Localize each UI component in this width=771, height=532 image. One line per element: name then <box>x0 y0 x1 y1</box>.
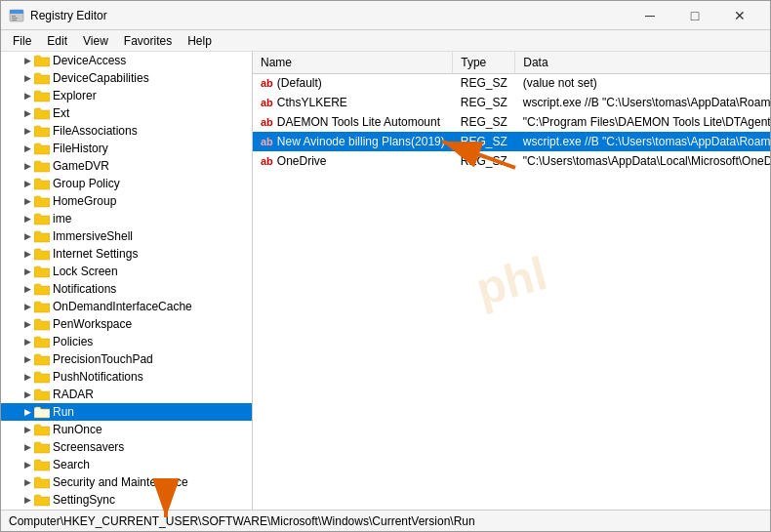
folder-icon <box>34 423 50 436</box>
tree-item[interactable]: ▶Lock Screen <box>1 263 252 280</box>
tree-item[interactable]: ▶Internet Settings <box>1 245 252 263</box>
table-row[interactable]: ab OneDriveREG_SZ"C:\Users\tomas\AppData… <box>253 151 770 171</box>
cell-name: ab OneDrive <box>253 151 453 171</box>
expand-arrow: ▶ <box>20 282 34 296</box>
tree-item[interactable]: ▶RADAR <box>1 386 252 403</box>
menu-bar: FileEditViewFavoritesHelp <box>1 30 770 52</box>
menu-item-edit[interactable]: Edit <box>39 32 75 50</box>
folder-icon <box>34 54 50 67</box>
expand-arrow: ▶ <box>20 370 34 384</box>
tree-item-label: Group Policy <box>53 177 252 190</box>
folder-icon <box>34 388 50 401</box>
folder-icon <box>34 300 50 313</box>
tree-item[interactable]: ▶RunOnce <box>1 421 252 438</box>
tree-item[interactable]: ▶PrecisionTouchPad <box>1 350 252 368</box>
expand-arrow: ▶ <box>20 247 34 261</box>
minimize-button[interactable]: ─ <box>628 1 672 30</box>
tree-item-label: FileAssociations <box>53 124 252 138</box>
tree-item[interactable]: ▶Security and Maintenance <box>1 473 252 491</box>
tree-item[interactable]: ▶Screensavers <box>1 438 252 456</box>
folder-icon <box>34 212 50 225</box>
tree-item-label: PushNotifications <box>53 370 252 384</box>
expand-arrow: ▶ <box>20 54 34 67</box>
table-row[interactable]: ab CthsYLKEREREG_SZwscript.exe //B "C:\U… <box>253 93 770 112</box>
expand-arrow: ▶ <box>20 440 34 454</box>
expand-arrow: ▶ <box>20 335 34 348</box>
menu-item-view[interactable]: View <box>75 32 116 50</box>
col-data[interactable]: Data <box>515 52 770 73</box>
expand-arrow: ▶ <box>20 475 34 489</box>
tree-item[interactable]: ▶FileAssociations <box>1 122 252 140</box>
tree-item[interactable]: ▶OnDemandInterfaceCache <box>1 298 252 315</box>
expand-arrow: ▶ <box>20 142 34 155</box>
table-row[interactable]: ab DAEMON Tools Lite AutomountREG_SZ"C:\… <box>253 112 770 132</box>
registry-table[interactable]: Name Type Data ab (Default)REG_SZ(value … <box>253 52 770 510</box>
tree-item[interactable]: ▶SettingSync <box>1 491 252 509</box>
tree-item[interactable]: ▶Policies <box>1 333 252 350</box>
tree-item[interactable]: ▶ime <box>1 210 252 227</box>
folder-icon <box>34 247 50 261</box>
tree-item-label: Internet Settings <box>53 247 252 261</box>
expand-arrow: ▶ <box>20 71 34 85</box>
maximize-button[interactable]: □ <box>672 1 717 30</box>
tree-item-label: Explorer <box>53 89 252 102</box>
folder-icon <box>34 89 50 102</box>
cell-name: ab CthsYLKERE <box>253 93 453 112</box>
folder-icon <box>34 475 50 489</box>
tree-item[interactable]: ▶Search <box>1 456 252 473</box>
tree-item[interactable]: ▶Explorer <box>1 87 252 104</box>
tree-item-label: ime <box>53 212 252 225</box>
cell-type: REG_SZ <box>453 112 515 132</box>
table-row[interactable]: ab New Avinode billing Plans(2019)REG_SZ… <box>253 132 770 151</box>
folder-icon <box>34 440 50 454</box>
expand-arrow: ▶ <box>20 300 34 313</box>
table-row[interactable]: ab (Default)REG_SZ(value not set) <box>253 73 770 93</box>
tree-item-label: Notifications <box>53 282 252 296</box>
tree-item-label: Policies <box>53 335 252 348</box>
tree-item[interactable]: ▶PushNotifications <box>1 368 252 386</box>
tree-item[interactable]: ▶HomeGroup <box>1 192 252 210</box>
expand-arrow: ▶ <box>20 265 34 278</box>
folder-icon <box>34 265 50 278</box>
svg-rect-1 <box>10 10 23 14</box>
folder-icon <box>34 352 50 366</box>
status-path: Computer\HKEY_CURRENT_USER\SOFTWARE\Micr… <box>9 514 475 528</box>
tree-item-label: HomeGroup <box>53 194 252 208</box>
expand-arrow: ▶ <box>20 352 34 366</box>
folder-icon <box>34 493 50 507</box>
svg-rect-4 <box>12 20 17 20</box>
tree-item[interactable]: ▶PenWorkspace <box>1 315 252 333</box>
close-button[interactable]: ✕ <box>717 1 762 30</box>
main-content: ▶DeviceAccess▶DeviceCapabilities▶Explore… <box>1 52 770 510</box>
cell-data: wscript.exe //B "C:\Users\tomas\AppData\… <box>515 132 770 151</box>
tree-item-label: Ext <box>53 106 252 120</box>
tree-item[interactable]: ▶GameDVR <box>1 157 252 175</box>
cell-name: ab (Default) <box>253 73 453 93</box>
cell-data: (value not set) <box>515 73 770 93</box>
col-name[interactable]: Name <box>253 52 453 73</box>
window-title: Registry Editor <box>30 9 628 22</box>
expand-arrow: ▶ <box>20 194 34 208</box>
folder-icon <box>34 124 50 138</box>
tree-panel[interactable]: ▶DeviceAccess▶DeviceCapabilities▶Explore… <box>1 52 253 510</box>
tree-item[interactable]: ▶FileHistory <box>1 140 252 157</box>
menu-item-help[interactable]: Help <box>180 32 220 50</box>
tree-item-label: FileHistory <box>53 142 252 155</box>
tree-item[interactable]: ▶Ext <box>1 104 252 122</box>
tree-item[interactable]: ▶DeviceCapabilities <box>1 69 252 87</box>
menu-item-file[interactable]: File <box>5 32 39 50</box>
cell-type: REG_SZ <box>453 132 515 151</box>
col-type[interactable]: Type <box>453 52 515 73</box>
status-bar: Computer\HKEY_CURRENT_USER\SOFTWARE\Micr… <box>1 510 770 531</box>
folder-icon <box>34 229 50 243</box>
folder-icon <box>34 405 50 419</box>
tree-item[interactable]: ▶Group Policy <box>1 175 252 192</box>
menu-item-favorites[interactable]: Favorites <box>116 32 180 50</box>
tree-item[interactable]: ▶ImmersiveShell <box>1 227 252 245</box>
tree-item[interactable]: ▶Notifications <box>1 280 252 298</box>
tree-item-label: ImmersiveShell <box>53 229 252 243</box>
cell-name: ab New Avinode billing Plans(2019) <box>253 132 453 151</box>
tree-item[interactable]: ▶Run <box>1 403 252 421</box>
tree-item[interactable]: ▶DeviceAccess <box>1 52 252 69</box>
folder-icon <box>34 159 50 173</box>
